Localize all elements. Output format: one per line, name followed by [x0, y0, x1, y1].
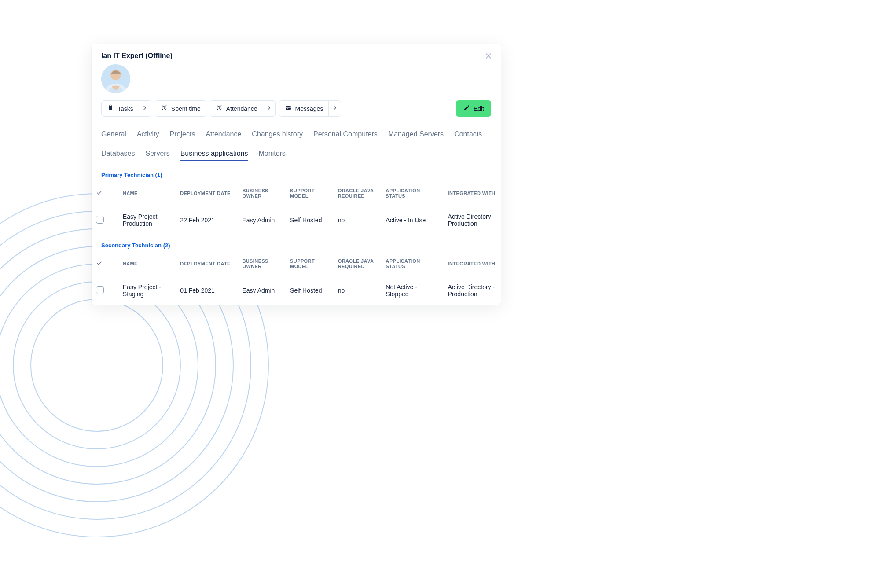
- tab-contacts[interactable]: Contacts: [454, 130, 482, 141]
- cell-name: Easy Project - Production: [118, 206, 176, 235]
- tab-attendance[interactable]: Attendance: [206, 130, 241, 141]
- close-icon: [485, 52, 492, 61]
- tab-personal-computers[interactable]: Personal Computers: [313, 130, 378, 141]
- messages-button-caret[interactable]: [328, 101, 341, 116]
- row-checkbox[interactable]: [96, 286, 104, 294]
- credit-card-icon: [285, 104, 292, 113]
- cell-name: Easy Project - Staging: [118, 276, 176, 305]
- tabs: GeneralActivityProjectsAttendanceChanges…: [92, 124, 501, 164]
- section-title: Primary Technician (1): [92, 164, 501, 181]
- clock-alarm-icon: [216, 104, 223, 113]
- column-header[interactable]: ORACLE JAVA REQUIRED: [334, 251, 382, 276]
- panel-title: Ian IT Expert (Offline): [101, 52, 491, 60]
- data-table: NAMEDEPLOYMENT DATEBUSINESS OWNERSUPPORT…: [92, 251, 501, 305]
- cell-business_owner: Easy Admin: [238, 276, 286, 305]
- column-header[interactable]: SUPPORT MODEL: [286, 251, 334, 276]
- column-header[interactable]: NAME: [118, 181, 176, 206]
- edit-button[interactable]: Edit: [456, 100, 491, 117]
- column-header[interactable]: DEPLOYMENT DATE: [176, 181, 238, 206]
- spent-time-button-label: Spent time: [171, 105, 201, 112]
- cell-business_owner: Easy Admin: [238, 206, 286, 235]
- attendance-button[interactable]: Attendance: [210, 100, 276, 117]
- tasks-button-label: Tasks: [118, 105, 133, 112]
- cell-deployment_date: 22 Feb 2021: [176, 206, 238, 235]
- cell-integrated_with: Active Directory - Production: [444, 206, 501, 235]
- clock-alarm-icon: [161, 104, 168, 113]
- column-header[interactable]: DEPLOYMENT DATE: [176, 251, 238, 276]
- user-detail-panel: Ian IT Expert (Offline): [92, 44, 501, 305]
- attendance-button-caret[interactable]: [263, 101, 275, 116]
- clipboard-icon: [107, 104, 114, 113]
- tasks-button-caret[interactable]: [139, 101, 151, 116]
- cell-support_model: Self Hosted: [286, 276, 334, 305]
- column-header[interactable]: APPLICATION STATUS: [381, 181, 443, 206]
- chevron-right-icon: [141, 104, 148, 113]
- cell-integrated_with: Active Directory - Production: [444, 276, 501, 305]
- cell-deployment_date: 01 Feb 2021: [176, 276, 238, 305]
- spent-time-button-main[interactable]: Spent time: [155, 101, 206, 116]
- select-all-header[interactable]: [92, 181, 118, 206]
- tasks-button[interactable]: Tasks: [101, 100, 151, 117]
- close-button[interactable]: [483, 51, 494, 62]
- column-header[interactable]: INTEGRATED WITH: [444, 181, 501, 206]
- tab-general[interactable]: General: [101, 130, 126, 141]
- chevron-right-icon: [331, 104, 338, 113]
- tab-changes-history[interactable]: Changes history: [252, 130, 303, 141]
- messages-button-label: Messages: [295, 105, 323, 112]
- tab-projects[interactable]: Projects: [170, 130, 195, 141]
- checkmark-icon: [96, 262, 102, 267]
- tab-servers[interactable]: Servers: [146, 150, 170, 160]
- tab-business-applications[interactable]: Business applications: [180, 150, 248, 160]
- spent-time-button[interactable]: Spent time: [155, 100, 206, 117]
- cell-oracle_java_required: no: [334, 206, 382, 235]
- column-header[interactable]: APPLICATION STATUS: [381, 251, 443, 276]
- section-title: Secondary Technician (2): [92, 234, 501, 251]
- column-header[interactable]: BUSINESS OWNER: [238, 251, 286, 276]
- tab-monitors[interactable]: Monitors: [259, 150, 286, 160]
- chevron-right-icon: [265, 104, 272, 113]
- attendance-button-label: Attendance: [226, 105, 257, 112]
- messages-button-main[interactable]: Messages: [279, 101, 329, 116]
- cell-application_status: Not Active - Stopped: [381, 276, 443, 305]
- table-row: Easy Project - Staging01 Feb 2021Easy Ad…: [92, 276, 501, 305]
- row-checkbox[interactable]: [96, 216, 104, 224]
- svg-point-6: [31, 299, 163, 431]
- edit-label: Edit: [474, 105, 484, 112]
- pencil-icon: [463, 104, 470, 113]
- checkmark-icon: [96, 191, 102, 197]
- select-all-header[interactable]: [92, 251, 118, 276]
- messages-button[interactable]: Messages: [279, 100, 342, 117]
- data-table: NAMEDEPLOYMENT DATEBUSINESS OWNERSUPPORT…: [92, 181, 501, 234]
- tab-activity[interactable]: Activity: [137, 130, 159, 141]
- tab-databases[interactable]: Databases: [101, 150, 135, 160]
- avatar: [101, 64, 130, 93]
- attendance-button-main[interactable]: Attendance: [210, 101, 263, 116]
- column-header[interactable]: BUSINESS OWNER: [238, 181, 286, 206]
- tasks-button-main[interactable]: Tasks: [102, 101, 139, 116]
- tab-managed-servers[interactable]: Managed Servers: [388, 130, 444, 141]
- cell-support_model: Self Hosted: [286, 206, 334, 235]
- column-header[interactable]: ORACLE JAVA REQUIRED: [334, 181, 382, 206]
- table-row: Easy Project - Production22 Feb 2021Easy…: [92, 206, 501, 235]
- cell-application_status: Active - In Use: [381, 206, 443, 235]
- cell-oracle_java_required: no: [334, 276, 382, 305]
- column-header[interactable]: INTEGRATED WITH: [444, 251, 501, 276]
- column-header[interactable]: SUPPORT MODEL: [286, 181, 334, 206]
- svg-point-5: [13, 282, 180, 449]
- column-header[interactable]: NAME: [118, 251, 176, 276]
